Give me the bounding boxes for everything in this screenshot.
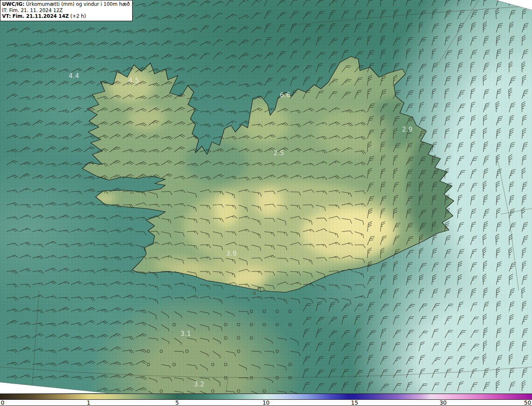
- colorbar-tick-label: 10: [262, 399, 269, 406]
- map-value-label: 3.2: [194, 381, 204, 388]
- map-value-label: 3.1: [180, 330, 191, 338]
- map-value-label: 3.9: [226, 250, 236, 257]
- product-code: UWC/IG:: [2, 1, 25, 7]
- weather-map-product: 4.44.56.62.92.53.93.13.21.41.51.3 UWC/IG…: [0, 0, 532, 406]
- map-value-label: 4.5: [128, 77, 139, 84]
- valid-time-line: VT: Fim. 21.11.2024 14Z (+2 h): [2, 13, 130, 20]
- map-value-label: 6.6: [280, 91, 290, 99]
- colorbar-tick-label: 30: [439, 399, 446, 406]
- product-description: Úrkomumætti (mm) og vindur i 100m hæð: [25, 1, 130, 7]
- init-time-line: IT: Fim. 21. 11. 2024 12Z: [2, 7, 130, 14]
- map-value-label: 1.5: [264, 193, 273, 200]
- map-value-label: 2.5: [273, 149, 284, 157]
- colorbar-tick-label: 15: [351, 399, 358, 406]
- product-title-line: UWC/IG: Úrkomumætti (mm) og vindur i 100…: [2, 1, 130, 7]
- precipitation-legend: 01510153050: [0, 394, 532, 406]
- map-value-label: 4.4: [69, 72, 79, 80]
- colorbar-ticks: 01510153050: [0, 400, 532, 406]
- colorbar-gradient: [0, 394, 532, 400]
- map-canvas: 4.44.56.62.92.53.93.13.21.41.51.3: [0, 0, 532, 394]
- map-value-label: 2.9: [402, 126, 412, 133]
- map-title-box: UWC/IG: Úrkomumætti (mm) og vindur i 100…: [0, 0, 133, 21]
- colorbar-tick-label: 1: [87, 399, 91, 406]
- valid-offset: (+2 h): [69, 13, 86, 19]
- map-value-label: 1.4: [216, 203, 225, 210]
- valid-time: VT: Fim. 21.11.2024 14Z: [2, 13, 69, 19]
- colorbar-tick-label: 50: [524, 399, 531, 406]
- colorbar-tick-label: 5: [175, 399, 179, 406]
- map-value-label: 1.3: [313, 206, 322, 212]
- colorbar-tick-label: 0: [1, 399, 5, 406]
